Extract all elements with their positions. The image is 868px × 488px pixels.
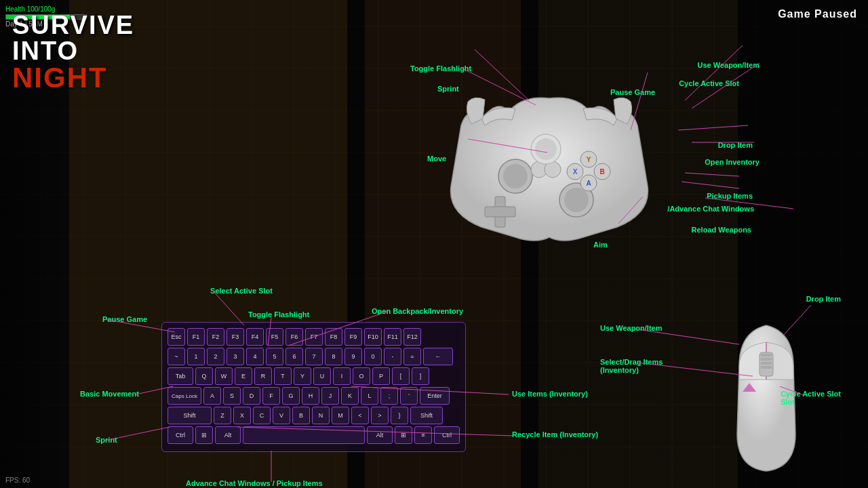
key-ctrl-left[interactable]: Ctrl <box>167 426 193 444</box>
key-6[interactable]: 6 <box>285 348 303 365</box>
key-f5[interactable]: F5 <box>266 328 283 346</box>
key-1[interactable]: 1 <box>187 348 205 365</box>
svg-text:B: B <box>599 168 604 176</box>
key-f11[interactable]: F11 <box>384 328 401 346</box>
key-menu[interactable]: ≡ <box>414 426 432 444</box>
key-win-left[interactable]: ⊞ <box>195 426 213 444</box>
key-s[interactable]: S <box>223 387 241 405</box>
key-z[interactable]: Z <box>214 407 231 424</box>
key-quote[interactable]: ' <box>400 387 418 405</box>
key-row-4: Caps Lock A S D F G H J K L ; ' Enter <box>167 387 460 405</box>
key-f10[interactable]: F10 <box>364 328 382 346</box>
key-e[interactable]: E <box>235 367 252 385</box>
kb-label-basic-movement: Basic Movement <box>80 390 139 398</box>
svg-text:A: A <box>586 180 591 187</box>
kb-label-sprint-kb: Sprint <box>96 436 117 444</box>
key-rbracket[interactable]: ] <box>412 367 429 385</box>
key-f12[interactable]: F12 <box>403 328 421 346</box>
key-5[interactable]: 5 <box>266 348 283 365</box>
kb-label-toggle-flashlight-kb: Toggle Flashlight <box>248 310 309 319</box>
key-k[interactable]: K <box>341 387 359 405</box>
key-f3[interactable]: F3 <box>226 328 244 346</box>
label-open-inventory-controller: Open Inventory <box>705 158 760 166</box>
key-f4[interactable]: F4 <box>246 328 264 346</box>
mouse-section: Drop Item Use Weapon/Item Select/Drag It… <box>698 298 834 484</box>
label-reload-weapons-controller: Reload Weapons <box>692 226 751 234</box>
key-t[interactable]: T <box>274 367 292 385</box>
kb-label-advance-chat-pickup: Advance Chat Windows / Pickup Items <box>186 479 323 487</box>
key-esc[interactable]: Esc <box>167 328 185 346</box>
label-advance-chat-controller: /Advance Chat Windows <box>667 205 754 213</box>
kb-label-use-items: Use Items (Inventory) <box>512 390 588 398</box>
key-comma[interactable]: < <box>351 407 369 424</box>
label-drop-item-controller: Drop Item <box>718 141 753 149</box>
key-win-right[interactable]: ⊞ <box>395 426 412 444</box>
key-f[interactable]: F <box>262 387 280 405</box>
key-alt-left[interactable]: Alt <box>215 426 241 444</box>
game-paused-text: Game Paused <box>778 8 857 20</box>
key-tilde[interactable]: ~ <box>167 348 185 365</box>
key-m[interactable]: M <box>332 407 349 424</box>
key-3[interactable]: 3 <box>226 348 244 365</box>
keyboard-container: Esc F1 F2 F3 F4 F5 F6 F7 F8 F9 F10 F11 F… <box>161 322 466 452</box>
svg-rect-26 <box>485 207 515 217</box>
key-shift-left[interactable]: Shift <box>167 407 212 424</box>
key-alt-right[interactable]: Alt <box>367 426 393 444</box>
key-y[interactable]: Y <box>294 367 311 385</box>
key-4[interactable]: 4 <box>246 348 264 365</box>
svg-rect-48 <box>761 366 772 369</box>
key-enter[interactable]: Enter <box>420 387 450 405</box>
kb-label-recycle-item: Recycle Item (Inventory) <box>512 430 598 439</box>
key-v[interactable]: V <box>273 407 290 424</box>
key-8[interactable]: 8 <box>325 348 342 365</box>
game-logo: SURVIVE INTO NIGHT <box>12 12 148 92</box>
key-f9[interactable]: F9 <box>344 328 362 346</box>
key-c[interactable]: C <box>253 407 271 424</box>
svg-rect-47 <box>761 362 772 365</box>
key-j[interactable]: J <box>321 387 339 405</box>
key-0[interactable]: 0 <box>364 348 382 365</box>
key-9[interactable]: 9 <box>344 348 362 365</box>
key-slash[interactable]: } <box>391 407 408 424</box>
key-2[interactable]: 2 <box>207 348 224 365</box>
key-w[interactable]: W <box>215 367 233 385</box>
key-7[interactable]: 7 <box>305 348 323 365</box>
key-row-3: Tab Q W E R T Y U I O P [ ] <box>167 367 460 385</box>
key-semicolon[interactable]: ; <box>380 387 398 405</box>
key-x[interactable]: X <box>233 407 251 424</box>
logo-into: INTO <box>12 38 148 64</box>
key-i[interactable]: I <box>333 367 351 385</box>
key-b[interactable]: B <box>292 407 310 424</box>
key-n[interactable]: N <box>312 407 330 424</box>
key-period[interactable]: > <box>371 407 389 424</box>
key-f8[interactable]: F8 <box>325 328 342 346</box>
key-f1[interactable]: F1 <box>187 328 205 346</box>
key-equals[interactable]: = <box>403 348 421 365</box>
key-r[interactable]: R <box>254 367 272 385</box>
key-q[interactable]: Q <box>195 367 213 385</box>
key-u[interactable]: U <box>313 367 331 385</box>
key-h[interactable]: H <box>302 387 319 405</box>
label-cycle-active-slot-controller: Cycle Active Slot <box>679 79 739 87</box>
key-g[interactable]: G <box>282 387 300 405</box>
key-l[interactable]: L <box>361 387 378 405</box>
key-capslock[interactable]: Caps Lock <box>167 387 201 405</box>
key-row-6: Ctrl ⊞ Alt Alt ⊞ ≡ Ctrl <box>167 426 460 444</box>
key-f6[interactable]: F6 <box>285 328 303 346</box>
key-o[interactable]: O <box>353 367 370 385</box>
kb-label-open-backpack: Open Backpack/Inventory <box>372 307 463 315</box>
key-space[interactable] <box>243 426 365 444</box>
key-f7[interactable]: F7 <box>305 328 323 346</box>
key-shift-right[interactable]: Shift <box>410 407 443 424</box>
key-row-1: Esc F1 F2 F3 F4 F5 F6 F7 F8 F9 F10 F11 F… <box>167 328 460 346</box>
key-tab[interactable]: Tab <box>167 367 193 385</box>
key-ctrl-right[interactable]: Ctrl <box>434 426 460 444</box>
key-backspace[interactable]: ← <box>423 348 453 365</box>
key-d[interactable]: D <box>243 387 260 405</box>
kb-label-pause-game-kb: Pause Game <box>102 315 147 323</box>
key-lbracket[interactable]: [ <box>392 367 410 385</box>
key-f2[interactable]: F2 <box>207 328 224 346</box>
key-a[interactable]: A <box>203 387 221 405</box>
key-minus[interactable]: - <box>384 348 401 365</box>
key-p[interactable]: P <box>372 367 390 385</box>
